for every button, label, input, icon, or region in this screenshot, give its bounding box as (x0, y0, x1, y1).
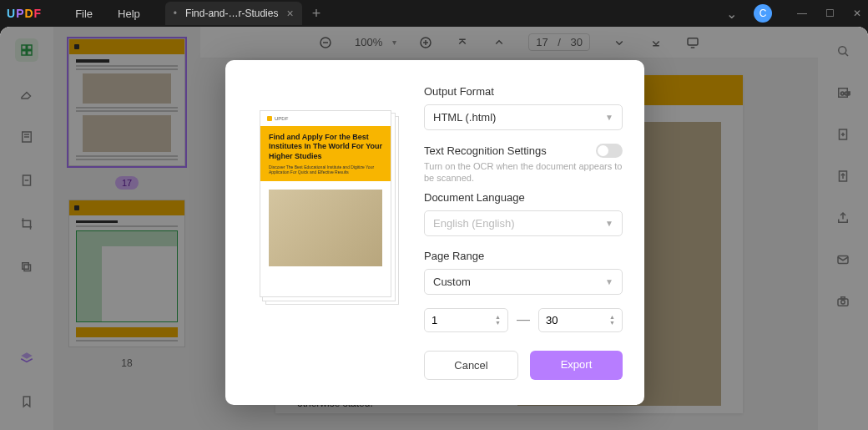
minimize-icon[interactable]: — (797, 8, 807, 19)
preview-subtitle: Discover The Best Educational Institute … (269, 164, 382, 175)
stepper-icon[interactable]: ▲▼ (495, 314, 501, 326)
output-format-label: Output Format (424, 85, 623, 98)
export-dialog: UPDF Find and Apply For the Best Institu… (225, 60, 644, 405)
dialog-thumbnail: UPDF Find and Apply For the Best Institu… (260, 110, 391, 297)
range-to-input[interactable]: 30 ▲▼ (538, 308, 623, 332)
chevron-down-icon[interactable]: ⌄ (726, 6, 737, 22)
tab-area: • Find-and-…r-Studies × + (165, 2, 320, 25)
text-recognition-hint: Turn on the OCR when the document appear… (424, 160, 623, 185)
maximize-icon[interactable]: ☐ (825, 8, 835, 19)
dialog-form: Output Format HTML (.html)▼ Text Recogni… (424, 85, 623, 380)
document-language-select[interactable]: English (English)▼ (424, 210, 623, 236)
range-from-input[interactable]: 1 ▲▼ (424, 308, 508, 332)
new-tab-button[interactable]: + (312, 5, 321, 23)
document-language-label: Document Language (424, 191, 623, 204)
document-tab[interactable]: • Find-and-…r-Studies × (165, 2, 302, 25)
preview-title: Find and Apply For the Best Institutes I… (269, 133, 382, 161)
title-bar: UPDF File Help • Find-and-…r-Studies × +… (0, 0, 868, 27)
range-dash: — (517, 312, 530, 327)
export-button[interactable]: Export (530, 351, 623, 380)
user-avatar[interactable]: C (754, 4, 772, 23)
tab-title: Find-and-…r-Studies (185, 8, 278, 19)
close-tab-icon[interactable]: × (286, 7, 293, 20)
menu-help[interactable]: Help (118, 8, 140, 20)
menu-file[interactable]: File (75, 8, 93, 20)
dialog-preview: UPDF Find and Apply For the Best Institu… (250, 85, 401, 380)
page-range-select[interactable]: Custom▼ (424, 269, 623, 295)
page-range-label: Page Range (424, 250, 623, 262)
app-logo: UPDF (7, 7, 42, 20)
main-menu: File Help (75, 8, 140, 20)
stepper-icon[interactable]: ▲▼ (609, 314, 615, 326)
close-window-icon[interactable]: ✕ (853, 8, 861, 19)
cancel-button[interactable]: Cancel (424, 351, 518, 380)
ocr-toggle[interactable] (596, 144, 623, 158)
output-format-select[interactable]: HTML (.html)▼ (424, 104, 623, 130)
text-recognition-label: Text Recognition Settings (424, 144, 547, 157)
